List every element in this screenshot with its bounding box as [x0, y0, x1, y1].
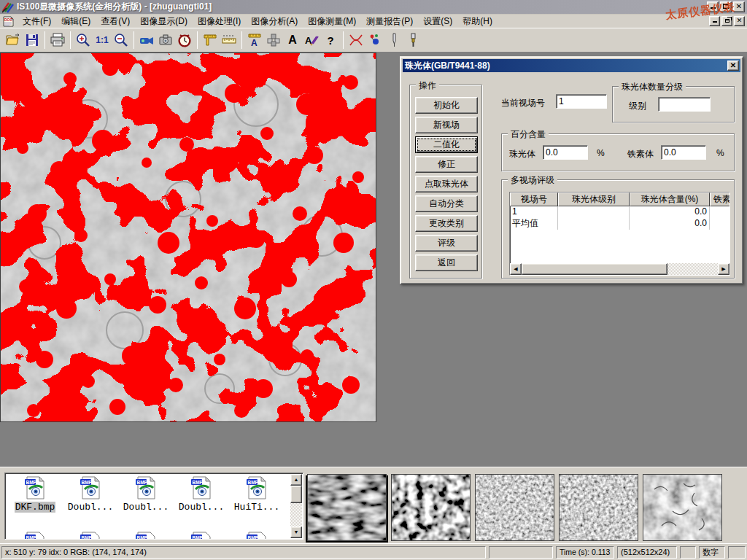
grade-input[interactable] [658, 97, 711, 112]
video-camera-icon[interactable] [137, 31, 156, 50]
file-listbox[interactable]: BMP DKF.bmp BMP Doubl... BMP Doubl... BM… [4, 472, 303, 540]
new-field-button[interactable]: 新视场 [415, 117, 478, 133]
pen-icon[interactable] [384, 31, 403, 50]
pearlite-input[interactable] [543, 145, 588, 160]
print-icon[interactable] [48, 31, 67, 50]
file-name[interactable]: Doubl... [178, 502, 225, 513]
curve-icon[interactable] [347, 31, 365, 50]
list-item[interactable]: BMP [119, 532, 173, 540]
file-name[interactable]: Doubl... [123, 502, 169, 513]
pearlite-label: 珠光体 [509, 148, 535, 160]
list-item[interactable]: BMP HuiTi... [230, 476, 284, 513]
close-button[interactable]: ✕ [733, 1, 745, 12]
menu-image-analysis[interactable]: 图像分析(A) [246, 15, 303, 28]
scroll-up-icon[interactable]: ▲ [290, 474, 302, 486]
list-item[interactable]: BMP Doubl... [119, 476, 173, 513]
init-button[interactable]: 初始化 [415, 97, 478, 114]
rating-table[interactable]: 视场号 珠光体级别 珠光体含量(%) 铁素体 1 0.0 平均值 0.0 [509, 192, 730, 276]
mdi-restore-button[interactable] [721, 16, 732, 26]
cell-extra [710, 206, 730, 218]
correct-button[interactable]: 修正 [415, 156, 478, 173]
table-row[interactable]: 平均值 0.0 [510, 218, 729, 230]
save-icon[interactable] [23, 31, 42, 50]
maximize-button[interactable] [720, 1, 732, 12]
cursor-coords: x: 510 y: 79 idx: 0 RGB: (174, 174, 174) [1, 546, 486, 559]
scroll-thumb[interactable] [522, 263, 667, 275]
thumbnail-1[interactable] [307, 474, 387, 541]
col-pearlite-grade[interactable]: 珠光体级别 [558, 192, 630, 206]
svg-text:BMP: BMP [137, 480, 148, 485]
col-field-no[interactable]: 视场号 [510, 192, 558, 206]
minimize-button[interactable] [707, 1, 719, 12]
change-class-button[interactable]: 更改类别 [415, 215, 478, 232]
actual-size-icon[interactable]: 1:1 [93, 31, 112, 50]
bmp-file-icon: BMP [79, 532, 102, 540]
svg-text:BMP: BMP [137, 535, 148, 540]
zoom-in-icon[interactable] [74, 31, 93, 50]
menu-help[interactable]: 帮助(H) [457, 15, 498, 28]
measure-text-icon[interactable]: A [245, 31, 264, 50]
open-icon[interactable] [4, 31, 23, 50]
file-name[interactable]: Doubl... [67, 502, 114, 513]
list-item[interactable]: BMP Doubl... [63, 476, 117, 513]
thumbnail-5[interactable] [643, 474, 722, 541]
binarize-button[interactable]: 二值化 [415, 136, 478, 153]
metallographic-image[interactable] [0, 52, 376, 422]
thumbnail-2[interactable] [391, 474, 471, 541]
list-item[interactable]: BMP [8, 532, 62, 540]
mdi-close-button[interactable]: ✕ [734, 16, 745, 26]
particles-icon[interactable] [365, 31, 384, 50]
text-icon[interactable]: A [283, 31, 302, 50]
file-list-scrollbar[interactable]: ▲ ▼ [290, 474, 302, 538]
brush-icon[interactable] [403, 31, 422, 50]
pick-pearlite-button[interactable]: 点取珠光体 [415, 176, 478, 192]
col-ferrite[interactable]: 铁素体 [710, 192, 730, 206]
menu-settings[interactable]: 设置(S) [418, 15, 457, 28]
menu-report[interactable]: 测量报告(P) [361, 15, 418, 28]
menu-image-process[interactable]: 图像处理(I) [193, 15, 246, 28]
thumbnail-3[interactable] [475, 474, 554, 541]
pattern-icon[interactable] [264, 31, 283, 50]
list-item[interactable]: BMP [174, 532, 228, 540]
cell-content: 0.0 [630, 218, 710, 230]
camera-icon[interactable] [156, 31, 175, 50]
scroll-down-icon[interactable]: ▼ [290, 526, 302, 538]
caliper-icon[interactable] [201, 31, 220, 50]
ferrite-input[interactable] [661, 145, 706, 160]
scroll-thumb[interactable] [290, 486, 302, 503]
return-button[interactable]: 返回 [415, 254, 478, 271]
current-field-input[interactable] [556, 94, 607, 109]
file-name[interactable]: HuiTi... [233, 502, 280, 513]
document-icon[interactable]: DOC [3, 16, 15, 27]
list-item[interactable]: BMP Doubl... [174, 476, 228, 513]
list-item[interactable]: BMP [230, 532, 284, 540]
auto-classify-button[interactable]: 自动分类 [415, 195, 478, 212]
col-pearlite-content[interactable]: 珠光体含量(%) [630, 192, 710, 206]
scroll-right-icon[interactable]: ▶ [718, 263, 729, 275]
status-empty-1 [489, 546, 553, 559]
mdi-minimize-button[interactable] [709, 16, 720, 26]
annotate-icon[interactable]: A [302, 31, 321, 50]
list-item[interactable]: BMP [63, 532, 117, 540]
menu-edit[interactable]: 编辑(E) [56, 15, 96, 28]
list-item[interactable]: BMP DKF.bmp [8, 476, 62, 513]
ruler-icon[interactable] [220, 31, 239, 50]
operation-group-label: 操作 [416, 79, 439, 92]
file-name[interactable]: DKF.bmp [15, 502, 56, 513]
dialog-title-bar[interactable]: 珠光体(GB/T9441-88) ✕ [403, 59, 740, 72]
table-hscrollbar[interactable]: ◀ ▶ [510, 263, 729, 275]
menu-image-display[interactable]: 图像显示(D) [135, 15, 193, 28]
menu-view[interactable]: 查看(V) [96, 15, 135, 28]
menu-image-measure[interactable]: 图像测量(M) [303, 15, 361, 28]
zoom-out-icon[interactable] [112, 31, 131, 50]
rate-button[interactable]: 评级 [415, 235, 478, 252]
thumbnail-4[interactable] [559, 474, 638, 541]
bmp-file-icon: BMP [23, 476, 47, 499]
scroll-left-icon[interactable]: ◀ [510, 263, 522, 275]
svg-text:BMP: BMP [248, 480, 259, 485]
menu-file[interactable]: 文件(F) [18, 15, 56, 28]
timer-icon[interactable] [175, 31, 194, 50]
table-row[interactable]: 1 0.0 [510, 206, 729, 218]
dialog-close-icon[interactable]: ✕ [727, 61, 739, 71]
help-icon[interactable]: ? [321, 31, 340, 50]
